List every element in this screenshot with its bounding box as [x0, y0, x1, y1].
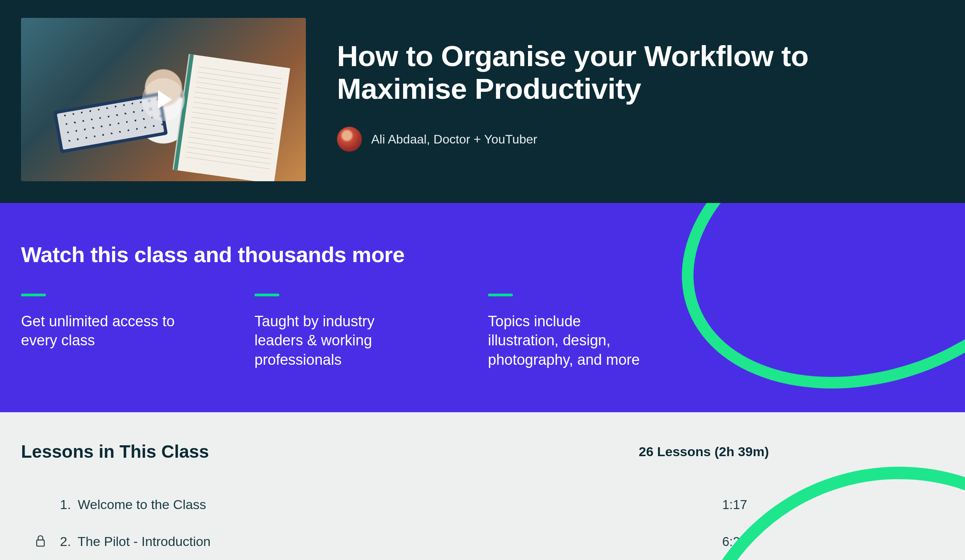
svg-rect-0 — [37, 540, 44, 546]
lesson-row[interactable]: 1. Welcome to the Class 1:17 — [21, 486, 944, 523]
lock-column — [21, 534, 60, 549]
feature-item: Get unlimited access to every class — [21, 294, 184, 369]
lesson-duration: 6:27 — [722, 534, 769, 549]
course-hero: How to Organise your Workflow to Maximis… — [0, 0, 965, 203]
lessons-header: Lessons in This Class 26 Lessons (2h 39m… — [21, 441, 944, 462]
course-title: How to Organise your Workflow to Maximis… — [337, 40, 944, 105]
lesson-duration: 1:17 — [722, 497, 769, 512]
feature-text: Taught by industry leaders & working pro… — [254, 312, 418, 369]
promo-banner: Watch this class and thousands more Get … — [0, 203, 965, 412]
accent-dash-icon — [21, 294, 46, 296]
lesson-title: The Pilot - Introduction — [77, 534, 211, 549]
lessons-summary: 26 Lessons (2h 39m) — [639, 444, 769, 459]
instructor-name: Ali Abdaal, Doctor + YouTuber — [371, 132, 537, 147]
instructor-row[interactable]: Ali Abdaal, Doctor + YouTuber — [337, 127, 944, 152]
lessons-section: Lessons in This Class 26 Lessons (2h 39m… — [0, 412, 965, 560]
feature-item: Taught by industry leaders & working pro… — [254, 294, 418, 369]
feature-text: Get unlimited access to every class — [21, 312, 184, 350]
lesson-title: Welcome to the Class — [78, 497, 206, 512]
accent-dash-icon — [488, 294, 513, 296]
lesson-number: 1. — [60, 497, 71, 512]
hero-info: How to Organise your Workflow to Maximis… — [337, 18, 944, 152]
promo-headline: Watch this class and thousands more — [21, 242, 944, 267]
lesson-label: 2. The Pilot - Introduction — [60, 534, 722, 549]
lock-icon — [35, 534, 46, 549]
lesson-row[interactable]: 2. The Pilot - Introduction 6:27 — [21, 523, 944, 560]
lesson-number: 2. — [60, 534, 71, 549]
play-icon — [158, 90, 172, 109]
accent-dash-icon — [254, 294, 279, 296]
thumbnail-notebook — [174, 54, 290, 181]
lessons-title: Lessons in This Class — [21, 441, 209, 462]
lesson-label: 1. Welcome to the Class — [60, 497, 722, 512]
avatar — [337, 127, 362, 152]
promo-features: Get unlimited access to every class Taug… — [21, 294, 944, 369]
feature-text: Topics include illustration, design, pho… — [488, 312, 651, 369]
play-button[interactable] — [142, 78, 185, 121]
course-preview-thumbnail[interactable] — [21, 18, 306, 181]
feature-item: Topics include illustration, design, pho… — [488, 294, 651, 369]
